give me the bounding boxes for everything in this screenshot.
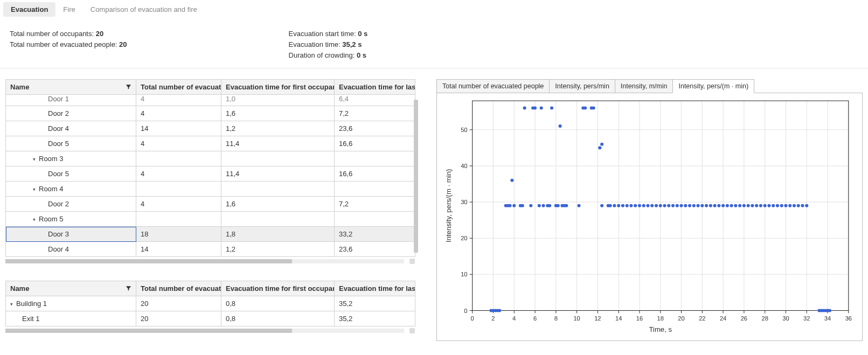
table-row[interactable]: Room 3	[6, 151, 415, 166]
svg-point-108	[592, 107, 595, 110]
table-row[interactable]: Door 4141,223,6	[6, 242, 415, 257]
svg-point-146	[747, 204, 750, 207]
svg-point-139	[717, 204, 720, 207]
chart-tab-pers-min[interactable]: Intensity, pers/min	[549, 79, 615, 93]
svg-point-85	[512, 204, 516, 207]
svg-point-122	[646, 204, 649, 207]
svg-point-124	[655, 204, 658, 207]
svg-text:50: 50	[461, 127, 467, 133]
table-row[interactable]: Door 5411,416,6	[6, 166, 415, 182]
svg-point-156	[788, 204, 791, 207]
svg-point-145	[742, 204, 746, 207]
svg-point-130	[679, 204, 683, 207]
svg-text:36: 36	[845, 315, 852, 322]
svg-point-104	[577, 204, 580, 207]
svg-point-152	[772, 204, 775, 207]
col-tfirst[interactable]: Evacuation time for first occupant, s	[221, 281, 335, 296]
svg-point-136	[705, 204, 708, 207]
evac-start-time: Evacuation start time: 0 s	[289, 30, 368, 38]
svg-text:0: 0	[471, 315, 474, 322]
svg-point-150	[763, 204, 767, 207]
svg-point-129	[676, 204, 679, 207]
svg-point-125	[659, 204, 662, 207]
horizontal-scrollbar[interactable]	[5, 259, 415, 264]
filter-icon[interactable]	[126, 83, 131, 91]
table-row[interactable]: Door 241,67,2	[6, 106, 415, 121]
chart-tab-pers-m-min[interactable]: Intensity, pers/(m · min)	[672, 79, 754, 93]
table-row[interactable]: Room 5	[6, 212, 415, 227]
svg-point-92	[538, 204, 541, 207]
chart-tab-m-min[interactable]: Intensity, m/min	[615, 79, 673, 93]
svg-text:40: 40	[461, 163, 467, 169]
svg-point-100	[559, 124, 562, 128]
svg-point-99	[557, 204, 560, 207]
svg-text:2: 2	[491, 315, 495, 322]
col-tlast[interactable]: Evacuation time for last oc	[335, 281, 415, 296]
col-name[interactable]: Name	[6, 281, 136, 296]
svg-point-117	[626, 204, 629, 207]
col-total[interactable]: Total number of evacuated	[136, 281, 221, 296]
svg-text:20: 20	[678, 315, 684, 322]
svg-point-111	[600, 204, 603, 207]
svg-text:12: 12	[594, 315, 601, 322]
svg-point-80	[498, 309, 501, 312]
table-row[interactable]: Room 4	[6, 182, 415, 197]
svg-point-103	[565, 204, 568, 207]
svg-point-93	[540, 107, 543, 110]
svg-point-88	[523, 107, 526, 110]
col-name[interactable]: Name	[6, 80, 136, 95]
svg-point-127	[667, 204, 670, 207]
svg-text:30: 30	[461, 199, 467, 205]
svg-text:34: 34	[824, 315, 831, 322]
svg-text:Time, s: Time, s	[649, 325, 672, 333]
table-row[interactable]: Door 141,06,4	[6, 95, 415, 106]
svg-point-147	[751, 204, 754, 207]
svg-point-119	[634, 204, 637, 207]
svg-point-91	[533, 107, 537, 110]
table-row[interactable]: Exit 1200,835,2	[6, 311, 415, 326]
tab-comparison[interactable]: Comparison of evacuation and fire	[83, 2, 205, 17]
svg-point-157	[793, 204, 796, 207]
total-occupants: Total number of occupants: 20	[10, 30, 127, 38]
col-total[interactable]: Total number of evacuated	[136, 80, 221, 95]
table-row[interactable]: Building 1200,835,2	[6, 296, 415, 311]
svg-point-83	[508, 204, 511, 207]
svg-point-137	[709, 204, 712, 207]
table-row[interactable]: Door 5411,416,6	[6, 136, 415, 151]
svg-text:Intensity, pers/(m · min): Intensity, pers/(m · min)	[445, 169, 453, 242]
tab-fire[interactable]: Fire	[55, 2, 82, 17]
svg-text:22: 22	[699, 315, 705, 322]
filter-icon[interactable]	[126, 285, 131, 292]
svg-point-94	[541, 204, 545, 207]
chart-panel: Total number of evacuated people Intensi…	[436, 79, 863, 341]
svg-point-110	[600, 143, 603, 146]
col-tlast[interactable]: Evacuation time for last o	[335, 80, 415, 95]
svg-text:14: 14	[615, 315, 622, 322]
top-tabs: Evacuation Fire Comparison of evacuation…	[0, 0, 868, 19]
svg-point-121	[642, 204, 645, 207]
table-row[interactable]: Door 241,67,2	[6, 197, 415, 212]
svg-point-116	[621, 204, 624, 207]
svg-point-134	[697, 204, 700, 207]
svg-point-115	[617, 204, 620, 207]
chart-area[interactable]: 0246810121416182022242628303234360102030…	[436, 93, 863, 341]
svg-point-109	[598, 146, 601, 149]
table-row[interactable]: Door 4141,223,6	[6, 121, 415, 136]
svg-point-89	[529, 204, 532, 207]
svg-point-151	[767, 204, 770, 207]
table-row[interactable]: Door 3181,833,2	[6, 227, 415, 242]
crowding-duration: Duration of crowding: 0 s	[289, 51, 368, 59]
tab-evacuation[interactable]: Evacuation	[3, 2, 55, 17]
svg-point-149	[759, 204, 762, 207]
svg-point-144	[738, 204, 741, 207]
svg-text:6: 6	[533, 315, 537, 322]
vertical-scrollbar[interactable]	[414, 94, 418, 264]
col-tfirst[interactable]: Evacuation time for first occupant, s	[221, 80, 335, 95]
svg-point-141	[726, 204, 729, 207]
svg-text:30: 30	[782, 315, 789, 322]
svg-point-138	[713, 204, 717, 207]
buildings-table: Name Total number of evacuated Evacuatio…	[5, 281, 415, 334]
horizontal-scrollbar[interactable]	[5, 329, 415, 334]
svg-point-114	[613, 204, 616, 207]
chart-tab-total[interactable]: Total number of evacuated people	[436, 79, 550, 93]
